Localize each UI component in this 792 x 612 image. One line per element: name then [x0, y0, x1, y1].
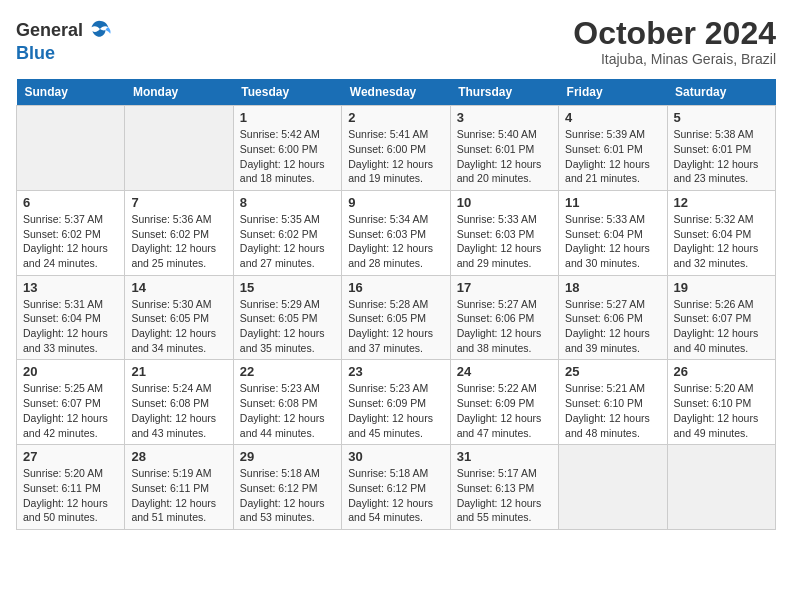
day-number: 7 — [131, 195, 226, 210]
day-number: 12 — [674, 195, 769, 210]
title-block: October 2024 Itajuba, Minas Gerais, Braz… — [573, 16, 776, 67]
day-info: Sunrise: 5:40 AM Sunset: 6:01 PM Dayligh… — [457, 127, 552, 186]
calendar-week-5: 27Sunrise: 5:20 AM Sunset: 6:11 PM Dayli… — [17, 445, 776, 530]
day-number: 2 — [348, 110, 443, 125]
day-info: Sunrise: 5:34 AM Sunset: 6:03 PM Dayligh… — [348, 212, 443, 271]
page-subtitle: Itajuba, Minas Gerais, Brazil — [573, 51, 776, 67]
day-info: Sunrise: 5:36 AM Sunset: 6:02 PM Dayligh… — [131, 212, 226, 271]
day-info: Sunrise: 5:27 AM Sunset: 6:06 PM Dayligh… — [457, 297, 552, 356]
day-info: Sunrise: 5:42 AM Sunset: 6:00 PM Dayligh… — [240, 127, 335, 186]
calendar-cell: 1Sunrise: 5:42 AM Sunset: 6:00 PM Daylig… — [233, 106, 341, 191]
day-info: Sunrise: 5:30 AM Sunset: 6:05 PM Dayligh… — [131, 297, 226, 356]
calendar-cell: 9Sunrise: 5:34 AM Sunset: 6:03 PM Daylig… — [342, 190, 450, 275]
calendar-cell: 19Sunrise: 5:26 AM Sunset: 6:07 PM Dayli… — [667, 275, 775, 360]
header-thursday: Thursday — [450, 79, 558, 106]
day-number: 1 — [240, 110, 335, 125]
calendar-cell: 2Sunrise: 5:41 AM Sunset: 6:00 PM Daylig… — [342, 106, 450, 191]
calendar-week-4: 20Sunrise: 5:25 AM Sunset: 6:07 PM Dayli… — [17, 360, 776, 445]
day-number: 14 — [131, 280, 226, 295]
day-number: 25 — [565, 364, 660, 379]
day-info: Sunrise: 5:19 AM Sunset: 6:11 PM Dayligh… — [131, 466, 226, 525]
calendar-cell — [125, 106, 233, 191]
day-number: 27 — [23, 449, 118, 464]
calendar-cell: 31Sunrise: 5:17 AM Sunset: 6:13 PM Dayli… — [450, 445, 558, 530]
day-info: Sunrise: 5:41 AM Sunset: 6:00 PM Dayligh… — [348, 127, 443, 186]
calendar-cell — [667, 445, 775, 530]
header-monday: Monday — [125, 79, 233, 106]
day-number: 15 — [240, 280, 335, 295]
calendar-cell — [17, 106, 125, 191]
day-number: 4 — [565, 110, 660, 125]
day-number: 23 — [348, 364, 443, 379]
calendar-cell — [559, 445, 667, 530]
day-number: 22 — [240, 364, 335, 379]
calendar-cell: 10Sunrise: 5:33 AM Sunset: 6:03 PM Dayli… — [450, 190, 558, 275]
calendar-cell: 12Sunrise: 5:32 AM Sunset: 6:04 PM Dayli… — [667, 190, 775, 275]
calendar-cell: 13Sunrise: 5:31 AM Sunset: 6:04 PM Dayli… — [17, 275, 125, 360]
header-saturday: Saturday — [667, 79, 775, 106]
calendar-cell: 11Sunrise: 5:33 AM Sunset: 6:04 PM Dayli… — [559, 190, 667, 275]
day-info: Sunrise: 5:37 AM Sunset: 6:02 PM Dayligh… — [23, 212, 118, 271]
day-info: Sunrise: 5:33 AM Sunset: 6:03 PM Dayligh… — [457, 212, 552, 271]
calendar-cell: 29Sunrise: 5:18 AM Sunset: 6:12 PM Dayli… — [233, 445, 341, 530]
calendar-cell: 23Sunrise: 5:23 AM Sunset: 6:09 PM Dayli… — [342, 360, 450, 445]
calendar-cell: 20Sunrise: 5:25 AM Sunset: 6:07 PM Dayli… — [17, 360, 125, 445]
calendar-week-3: 13Sunrise: 5:31 AM Sunset: 6:04 PM Dayli… — [17, 275, 776, 360]
header-sunday: Sunday — [17, 79, 125, 106]
day-number: 20 — [23, 364, 118, 379]
day-number: 11 — [565, 195, 660, 210]
calendar-cell: 27Sunrise: 5:20 AM Sunset: 6:11 PM Dayli… — [17, 445, 125, 530]
calendar-table: SundayMondayTuesdayWednesdayThursdayFrid… — [16, 79, 776, 530]
day-info: Sunrise: 5:25 AM Sunset: 6:07 PM Dayligh… — [23, 381, 118, 440]
day-info: Sunrise: 5:17 AM Sunset: 6:13 PM Dayligh… — [457, 466, 552, 525]
day-number: 13 — [23, 280, 118, 295]
day-number: 3 — [457, 110, 552, 125]
day-number: 26 — [674, 364, 769, 379]
day-info: Sunrise: 5:23 AM Sunset: 6:09 PM Dayligh… — [348, 381, 443, 440]
logo-bird-icon — [85, 16, 113, 44]
day-info: Sunrise: 5:35 AM Sunset: 6:02 PM Dayligh… — [240, 212, 335, 271]
calendar-cell: 6Sunrise: 5:37 AM Sunset: 6:02 PM Daylig… — [17, 190, 125, 275]
calendar-cell: 17Sunrise: 5:27 AM Sunset: 6:06 PM Dayli… — [450, 275, 558, 360]
calendar-cell: 28Sunrise: 5:19 AM Sunset: 6:11 PM Dayli… — [125, 445, 233, 530]
calendar-cell: 15Sunrise: 5:29 AM Sunset: 6:05 PM Dayli… — [233, 275, 341, 360]
day-info: Sunrise: 5:20 AM Sunset: 6:11 PM Dayligh… — [23, 466, 118, 525]
day-number: 31 — [457, 449, 552, 464]
day-number: 24 — [457, 364, 552, 379]
calendar-cell: 5Sunrise: 5:38 AM Sunset: 6:01 PM Daylig… — [667, 106, 775, 191]
calendar-week-2: 6Sunrise: 5:37 AM Sunset: 6:02 PM Daylig… — [17, 190, 776, 275]
day-info: Sunrise: 5:31 AM Sunset: 6:04 PM Dayligh… — [23, 297, 118, 356]
day-info: Sunrise: 5:20 AM Sunset: 6:10 PM Dayligh… — [674, 381, 769, 440]
day-info: Sunrise: 5:21 AM Sunset: 6:10 PM Dayligh… — [565, 381, 660, 440]
calendar-cell: 30Sunrise: 5:18 AM Sunset: 6:12 PM Dayli… — [342, 445, 450, 530]
day-number: 16 — [348, 280, 443, 295]
day-number: 9 — [348, 195, 443, 210]
calendar-week-1: 1Sunrise: 5:42 AM Sunset: 6:00 PM Daylig… — [17, 106, 776, 191]
calendar-cell: 25Sunrise: 5:21 AM Sunset: 6:10 PM Dayli… — [559, 360, 667, 445]
calendar-cell: 16Sunrise: 5:28 AM Sunset: 6:05 PM Dayli… — [342, 275, 450, 360]
page-header: General Blue October 2024 Itajuba, Minas… — [16, 16, 776, 67]
calendar-cell: 18Sunrise: 5:27 AM Sunset: 6:06 PM Dayli… — [559, 275, 667, 360]
day-info: Sunrise: 5:28 AM Sunset: 6:05 PM Dayligh… — [348, 297, 443, 356]
day-number: 10 — [457, 195, 552, 210]
calendar-header-row: SundayMondayTuesdayWednesdayThursdayFrid… — [17, 79, 776, 106]
day-info: Sunrise: 5:33 AM Sunset: 6:04 PM Dayligh… — [565, 212, 660, 271]
logo: General Blue — [16, 16, 113, 63]
day-number: 29 — [240, 449, 335, 464]
day-info: Sunrise: 5:18 AM Sunset: 6:12 PM Dayligh… — [240, 466, 335, 525]
day-info: Sunrise: 5:32 AM Sunset: 6:04 PM Dayligh… — [674, 212, 769, 271]
header-wednesday: Wednesday — [342, 79, 450, 106]
day-number: 19 — [674, 280, 769, 295]
day-info: Sunrise: 5:39 AM Sunset: 6:01 PM Dayligh… — [565, 127, 660, 186]
calendar-cell: 3Sunrise: 5:40 AM Sunset: 6:01 PM Daylig… — [450, 106, 558, 191]
day-number: 18 — [565, 280, 660, 295]
calendar-cell: 26Sunrise: 5:20 AM Sunset: 6:10 PM Dayli… — [667, 360, 775, 445]
page-title: October 2024 — [573, 16, 776, 51]
day-info: Sunrise: 5:18 AM Sunset: 6:12 PM Dayligh… — [348, 466, 443, 525]
day-info: Sunrise: 5:26 AM Sunset: 6:07 PM Dayligh… — [674, 297, 769, 356]
day-number: 8 — [240, 195, 335, 210]
calendar-cell: 4Sunrise: 5:39 AM Sunset: 6:01 PM Daylig… — [559, 106, 667, 191]
day-info: Sunrise: 5:38 AM Sunset: 6:01 PM Dayligh… — [674, 127, 769, 186]
logo-blue: Blue — [16, 43, 55, 63]
day-number: 30 — [348, 449, 443, 464]
